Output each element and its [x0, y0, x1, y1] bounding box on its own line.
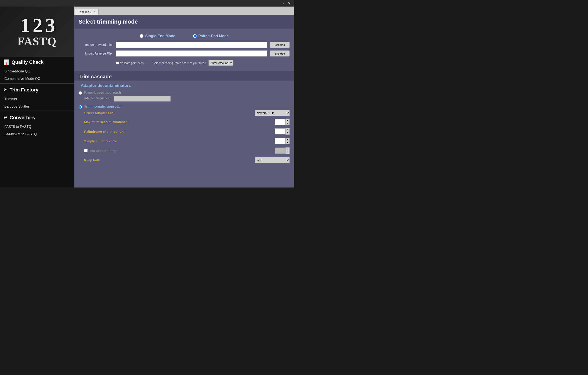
min-adapter-btns: ▲ ▼ — [285, 147, 290, 154]
simple-clip-spinbox: 10 ▲ ▼ — [275, 138, 290, 144]
trim-tab-2[interactable]: Trim Tab 2 ✕ — [75, 9, 99, 15]
import-forward-row: Import Forward File : Browse — [79, 42, 290, 48]
palindrome-clip-row: Palindrome clip threshold: 25 ▲ ▼ — [84, 128, 290, 135]
validate-label[interactable]: Validate pair reads — [116, 61, 144, 65]
min-adapter-row: Min adapter length: 8 ▲ ▼ — [84, 147, 290, 154]
logo-area: 1 2 3 FASTQ — [0, 7, 74, 57]
sidebar-item-comparative-mode-qc[interactable]: Comparative-Mode QC — [0, 75, 74, 83]
single-end-radio[interactable] — [140, 34, 144, 38]
min-adapter-label: Min adapter length: — [89, 149, 275, 153]
adapter-sequence-input[interactable] — [114, 96, 170, 101]
trimmomatic-content: Trimmomatic approach Select Adapter File… — [84, 105, 290, 166]
validate-phred-row: Validate pair reads Select encoding Phre… — [79, 59, 290, 67]
tab-bar: Trim Tab 2 ✕ — [74, 7, 294, 15]
adapter-file-label: Select Adapter File: — [84, 111, 255, 115]
import-reverse-row: Import Reverse File : Browse — [79, 50, 290, 56]
adapter-file-select[interactable]: Nextera-PE.fa TruSeq2-PE.fa TruSeq3-PE.f… — [255, 110, 290, 116]
min-adapter-up: ▲ — [285, 148, 289, 151]
palindrome-clip-up[interactable]: ▲ — [285, 128, 289, 132]
trimmomatic-approach-row: Trimmomatic approach Select Adapter File… — [79, 105, 290, 166]
keep-both-label: Keep both: — [84, 158, 255, 162]
import-forward-input[interactable] — [116, 42, 267, 48]
max-seed-mismatches-btns: ▲ ▼ — [285, 119, 290, 125]
select-trimming-title: Select trimming mode — [74, 15, 294, 29]
palindrome-clip-spinbox: 25 ▲ ▼ — [275, 128, 290, 135]
tab-label: Trim Tab 2 — [78, 10, 92, 13]
simple-clip-row: Simple clip threshold: 10 ▲ ▼ — [84, 138, 290, 144]
tab-close-icon[interactable]: ✕ — [93, 11, 95, 13]
browse-forward-button[interactable]: Browse — [270, 42, 290, 48]
import-reverse-label: Import Reverse File : — [79, 52, 113, 55]
sidebar-item-fast5-to-fastq[interactable]: FAST5 to FASTQ — [0, 123, 74, 131]
phred-label: Select encoding Phred score of your file… — [153, 61, 206, 65]
divider-1 — [0, 83, 74, 84]
trim-content: Adapter decontaminators Kmer-based appro… — [74, 80, 294, 172]
content-panel: Select trimming mode Single-End Mode Pai… — [74, 15, 294, 188]
trimming-form: Single-End Mode Paired-End Mode Import F… — [74, 29, 294, 71]
trimmomatic-label: Trimmomatic approach — [84, 105, 290, 109]
single-end-mode-option[interactable]: Single-End Mode — [140, 34, 175, 38]
keep-both-row: Keep both: Yes No — [84, 157, 290, 163]
sidebar-item-barcode-splitter[interactable]: Barcode Splitter — [0, 103, 74, 110]
min-adapter-down: ▼ — [285, 151, 289, 154]
kmer-radio[interactable] — [79, 91, 82, 95]
max-seed-mismatches-up[interactable]: ▲ — [285, 119, 289, 122]
simple-clip-down[interactable]: ▼ — [285, 141, 289, 144]
single-end-label: Single-End Mode — [145, 34, 175, 38]
converters-icon: ↩ — [3, 115, 7, 121]
sidebar-item-single-mode-qc[interactable]: Single-Mode QC — [0, 68, 74, 75]
minimize-button[interactable]: − — [281, 1, 286, 5]
sidebar-item-trimmer[interactable]: Trimmer — [0, 95, 74, 103]
paired-end-label: Paired-End Mode — [199, 34, 229, 38]
adapter-decontaminators-title: Adapter decontaminators — [79, 83, 290, 88]
converters-label: Converters — [10, 115, 35, 121]
palindrome-clip-btns: ▲ ▼ — [285, 128, 290, 135]
quality-check-icon: 📊 — [3, 59, 9, 65]
kmer-content: Kmer-based approach Adapter Sequence: — [84, 91, 290, 101]
validate-checkbox[interactable] — [116, 62, 119, 64]
simple-clip-input[interactable]: 10 — [275, 138, 285, 144]
divider-2 — [0, 111, 74, 111]
keep-both-select[interactable]: Yes No — [255, 157, 290, 163]
palindrome-clip-label: Palindrome clip threshold: — [84, 130, 275, 133]
import-reverse-input[interactable] — [116, 50, 267, 56]
trimmomatic-radio[interactable] — [79, 105, 82, 109]
sidebar-section-converters[interactable]: ↩ Converters — [0, 112, 74, 123]
quality-check-label: Quality Check — [11, 59, 44, 65]
browse-reverse-button[interactable]: Browse — [270, 50, 290, 56]
min-adapter-checkbox[interactable] — [84, 149, 88, 152]
trim-cascade-title: Trim cascade — [74, 71, 294, 80]
max-seed-mismatches-label: Maximum seed mismatches: — [84, 120, 275, 124]
main-area: Trim Tab 2 ✕ Select trimming mode Single… — [74, 7, 294, 188]
max-seed-mismatches-spinbox: 3 ▲ ▼ — [275, 119, 290, 125]
sidebar-section-quality-check[interactable]: 📊 Quality Check — [0, 57, 74, 68]
sidebar-section-trim-factory[interactable]: ✂ Trim Factory — [0, 85, 74, 95]
simple-clip-up[interactable]: ▲ — [285, 138, 289, 141]
sidebar: 1 2 3 FASTQ 📊 Quality Check Single-Mode … — [0, 7, 74, 188]
kmer-approach-row: Kmer-based approach Adapter Sequence: — [79, 91, 290, 101]
min-adapter-spinbox: 8 ▲ ▼ — [275, 147, 290, 154]
palindrome-clip-input[interactable]: 25 — [275, 128, 285, 134]
logo-brand: FASTQ — [17, 35, 57, 48]
title-bar: − ✕ — [0, 0, 294, 7]
min-adapter-input: 8 — [275, 148, 285, 154]
logo-numbers: 1 2 3 — [17, 15, 57, 35]
max-seed-mismatches-row: Maximum seed mismatches: 3 ▲ ▼ — [84, 119, 290, 125]
close-button[interactable]: ✕ — [286, 1, 292, 5]
mode-row: Single-End Mode Paired-End Mode — [79, 32, 290, 42]
trim-factory-icon: ✂ — [3, 87, 7, 93]
adapter-file-row: Select Adapter File: Nextera-PE.fa TruSe… — [84, 110, 290, 116]
trim-factory-label: Trim Factory — [10, 87, 38, 93]
simple-clip-label: Simple clip threshold: — [84, 139, 275, 143]
kmer-label: Kmer-based approach — [84, 91, 290, 95]
paired-end-mode-option[interactable]: Paired-End Mode — [193, 34, 229, 38]
palindrome-clip-down[interactable]: ▼ — [285, 132, 289, 134]
import-forward-label: Import Forward File : — [79, 43, 113, 46]
adapter-sequence-label: Adapter Sequence: — [84, 97, 110, 100]
phred-select[interactable]: AutoDetection Phred+33 Phred+64 — [209, 60, 233, 66]
simple-clip-btns: ▲ ▼ — [285, 138, 290, 144]
sidebar-item-sam-bam-to-fastq[interactable]: SAM/BAM to FASTQ — [0, 131, 74, 138]
paired-end-radio[interactable] — [193, 34, 197, 38]
max-seed-mismatches-down[interactable]: ▼ — [285, 122, 289, 125]
max-seed-mismatches-input[interactable]: 3 — [275, 119, 285, 125]
